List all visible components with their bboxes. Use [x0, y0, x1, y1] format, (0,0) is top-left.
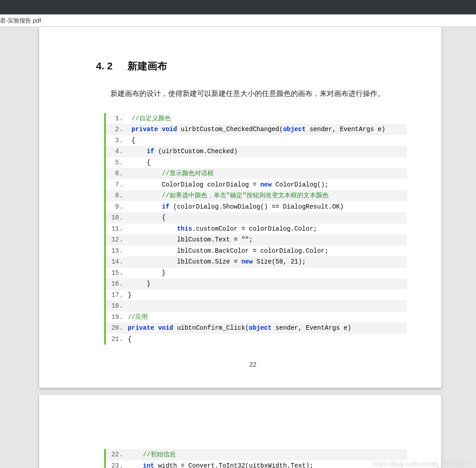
code-line: 20. private void uibtnConfirm_Click(obje… [106, 323, 407, 334]
line-number: 18 [106, 300, 119, 312]
code-text: } [124, 278, 407, 290]
code-text: //显示颜色对话框 [124, 168, 407, 179]
code-line: 7. ColorDialog colorDialog = new ColorDi… [106, 179, 407, 191]
line-number: 3 [106, 135, 119, 146]
pdf-page-1: 4. 2新建画布 新建画布的设计，使得新建可以新建任意大小的任意颜色的画布，来对… [39, 27, 441, 388]
line-number: 1 [106, 113, 119, 124]
code-text: private void uirbtCustom_CheckedChanged(… [124, 124, 407, 135]
pdf-page-2: 22. //初始信息23. int width = Convert.ToInt3… [39, 395, 441, 468]
pdf-viewer[interactable]: 4. 2新建画布 新建画布的设计，使得新建可以新建任意大小的任意颜色的画布，来对… [0, 27, 476, 468]
line-number: 13 [106, 245, 119, 257]
code-line: 13. lblCustom.BackColor = colorDialog.Co… [106, 245, 407, 257]
section-paragraph: 新建画布的设计，使得新建可以新建任意大小的任意颜色的画布，来对画布进行操作。 [96, 86, 410, 102]
section-heading: 4. 2新建画布 [96, 59, 410, 73]
code-text: lblCustom.Size = new Size(58, 21); [124, 256, 407, 268]
code-line: 1. //自定义颜色 [106, 113, 407, 124]
code-text: if (uirbtCustom.Checked) [124, 146, 407, 157]
code-line: 16. } [106, 278, 407, 290]
code-line: 15. } [106, 268, 407, 279]
line-number: 15 [106, 268, 119, 279]
code-block-1: 1. //自定义颜色2. private void uirbtCustom_Ch… [104, 113, 407, 345]
code-line: 23. int width = Convert.ToInt32(uitbxWid… [106, 460, 407, 468]
code-line: 14. lblCustom.Size = new Size(58, 21); [106, 256, 407, 268]
code-line: 18. [106, 300, 407, 312]
line-number: 20 [106, 323, 119, 334]
code-line: 9. if (colorDialog.ShowDialog() == Dialo… [106, 201, 407, 213]
code-text: //自定义颜色 [124, 113, 407, 124]
line-number: 23 [106, 460, 119, 468]
code-line: 21. { [106, 334, 407, 345]
code-line: 3. { [106, 135, 407, 146]
section-number: 4. 2 [96, 60, 128, 72]
line-number: 7 [106, 179, 119, 191]
section-title: 新建画布 [128, 60, 167, 72]
line-number: 2 [106, 124, 119, 135]
code-line: 19. //应用 [106, 312, 407, 323]
code-text: lblCustom.BackColor = colorDialog.Color; [124, 245, 407, 257]
line-number: 10 [106, 212, 119, 223]
code-text: int width = Convert.ToInt32(uitbxWidth.T… [124, 460, 407, 468]
code-text: //如果选中颜色，单击"确定"按钮则改变文本框的文本颜色 [124, 190, 407, 201]
line-number: 12 [106, 234, 119, 245]
code-text: } [124, 290, 407, 301]
code-text: { [124, 334, 407, 345]
window-titlebar [0, 0, 476, 14]
line-number: 5 [106, 157, 119, 168]
code-text: private void uibtnConfirm_Click(object s… [124, 323, 407, 334]
code-line: 6. //显示颜色对话框 [106, 168, 407, 179]
code-line: 4. if (uirbtCustom.Checked) [106, 146, 407, 157]
line-number: 4 [106, 146, 119, 157]
pdf-tab[interactable]: 君-实验报告.pdf [0, 14, 45, 27]
code-text [124, 300, 407, 312]
line-number: 8 [106, 190, 119, 201]
code-line: 12. lblCustom.Text = ""; [106, 234, 407, 245]
line-number: 16 [106, 278, 119, 290]
code-text: this.customColor = colorDialog.Color; [124, 223, 407, 235]
line-number: 21 [106, 334, 119, 345]
code-line: 11. this.customColor = colorDialog.Color… [106, 223, 407, 235]
code-text: //应用 [124, 312, 407, 323]
code-block-2: 22. //初始信息23. int width = Convert.ToInt3… [104, 449, 407, 468]
code-line: 5. { [106, 157, 407, 168]
code-text: { [124, 212, 407, 223]
line-number: 14 [106, 256, 119, 268]
code-text: if (colorDialog.ShowDialog() == DialogRe… [124, 201, 407, 213]
code-text: //初始信息 [124, 449, 407, 460]
code-line: 2. private void uirbtCustom_CheckedChang… [106, 124, 407, 135]
browser-tab-bar: 君-实验报告.pdf [0, 14, 476, 27]
code-line: 17. } [106, 290, 407, 301]
code-text: lblCustom.Text = ""; [124, 234, 407, 245]
watermark: https://blog.csdn.net/qq_35353673 [373, 460, 470, 468]
code-line: 10. { [106, 212, 407, 223]
code-text: ColorDialog colorDialog = new ColorDialo… [124, 179, 407, 191]
line-number: 9 [106, 201, 119, 213]
line-number: 19 [106, 312, 119, 323]
code-line: 8. //如果选中颜色，单击"确定"按钮则改变文本框的文本颜色 [106, 190, 407, 201]
code-text: { [124, 157, 407, 168]
page-number: 22 [96, 361, 410, 368]
line-number: 22 [106, 449, 119, 460]
code-text: } [124, 268, 407, 279]
code-line: 22. //初始信息 [106, 449, 407, 460]
line-number: 6 [106, 168, 119, 179]
line-number: 11 [106, 223, 119, 235]
line-number: 17 [106, 290, 119, 301]
code-text: { [124, 135, 407, 146]
